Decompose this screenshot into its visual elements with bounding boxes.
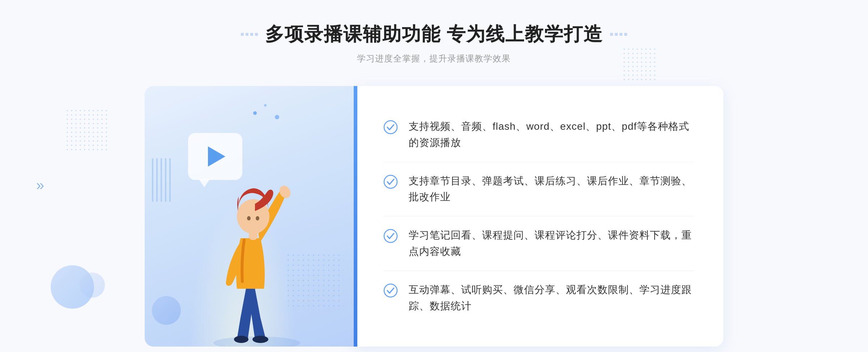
deco-dot — [620, 33, 622, 36]
deco-dot — [624, 33, 627, 36]
feature-item-3: 学习笔记回看、课程提问、课程评论打分、课件资料下载，重点内容收藏 — [383, 216, 694, 271]
check-icon-3 — [383, 229, 398, 243]
content-panel: 支持视频、音频、flash、word、excel、ppt、pdf等各种格式的资源… — [354, 86, 723, 347]
sparkle-dot — [253, 111, 257, 115]
page-container: » 多项录播课辅助功能 专为线上教学打造 学习进度全掌握，提升录播课教学效果 — [0, 0, 868, 352]
sparkle-dot — [275, 115, 279, 119]
feature-text-3: 学习笔记回看、课程提问、课程评论打分、课件资料下载，重点内容收藏 — [409, 227, 694, 260]
svg-point-1 — [234, 336, 248, 343]
figure-svg — [184, 144, 322, 347]
deco-dot — [255, 33, 258, 36]
dots-decoration-right — [622, 47, 658, 83]
sparkle-dot — [264, 104, 267, 107]
figure-container — [166, 144, 318, 347]
page-subtitle: 学习进度全掌握，提升录播课教学效果 — [241, 53, 627, 64]
feature-text-4: 互动弹幕、试听购买、微信分享、观看次数限制、学习进度跟踪、数据统计 — [409, 282, 694, 314]
page-title: 多项录播课辅助功能 专为线上教学打造 — [265, 22, 603, 47]
dots-decoration-left — [65, 108, 109, 152]
svg-point-11 — [384, 284, 397, 297]
deco-dot — [610, 33, 613, 36]
svg-point-10 — [384, 229, 397, 242]
main-content: 支持视频、音频、flash、word、excel、ppt、pdf等各种格式的资源… — [145, 86, 723, 347]
circle-decoration-small — [80, 272, 105, 298]
feature-text-2: 支持章节目录、弹题考试、课后练习、课后作业、章节测验、批改作业 — [409, 173, 694, 206]
svg-point-9 — [384, 175, 397, 188]
title-row: 多项录播课辅助功能 专为线上教学打造 — [241, 22, 627, 47]
feature-item-2: 支持章节目录、弹题考试、课后练习、课后作业、章节测验、批改作业 — [383, 162, 694, 217]
feature-item-4: 互动弹幕、试听购买、微信分享、观看次数限制、学习进度跟踪、数据统计 — [383, 271, 694, 325]
illustration-area — [145, 86, 354, 347]
deco-circle-bottom — [152, 296, 181, 325]
svg-point-6 — [247, 216, 251, 220]
svg-point-2 — [252, 336, 268, 343]
check-icon-2 — [383, 175, 398, 189]
check-icon-4 — [383, 283, 398, 298]
title-deco-right — [610, 33, 627, 36]
deco-dot — [246, 33, 248, 36]
header-section: 多项录播课辅助功能 专为线上教学打造 学习进度全掌握，提升录播课教学效果 — [241, 22, 627, 64]
feature-item-1: 支持视频、音频、flash、word、excel、ppt、pdf等各种格式的资源… — [383, 108, 694, 162]
deco-dot — [241, 33, 244, 36]
check-icon-1 — [383, 120, 398, 134]
svg-point-8 — [384, 121, 397, 134]
svg-point-7 — [256, 216, 259, 220]
feature-text-1: 支持视频、音频、flash、word、excel、ppt、pdf等各种格式的资源… — [409, 119, 694, 151]
title-deco-left — [241, 33, 258, 36]
arrow-decoration: » — [36, 177, 44, 193]
deco-dot — [250, 33, 253, 36]
deco-dot — [615, 33, 618, 36]
